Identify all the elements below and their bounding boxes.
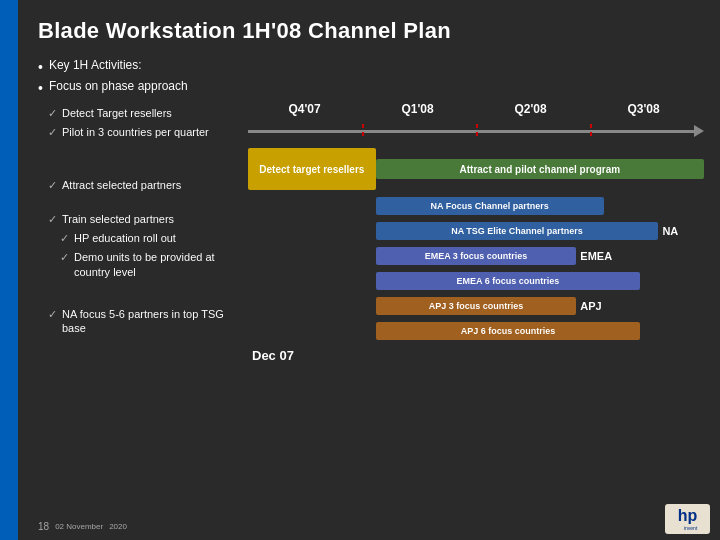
quarter-headers: Q4'07 Q1'08 Q2'08 Q3'08 — [248, 102, 704, 116]
demo-label: Demo units to be provided at country lev… — [74, 250, 238, 279]
footer-year: 2020 — [109, 522, 127, 531]
na-tsg-bar-label: NA TSG Elite Channel partners — [451, 226, 583, 236]
gantt-row-1: Detect target resellers Attract and pilo… — [248, 148, 704, 190]
hp-logo: hp invent — [665, 504, 710, 534]
hp-logo-sub: invent — [678, 525, 698, 531]
check-hp-edu: ✓ — [60, 232, 69, 245]
key-activities-label: Key 1H Activities: — [49, 58, 142, 72]
gantt-row-2: NA Focus Channel partners — [248, 196, 704, 216]
left-panel: ✓ Detect Target resellers ✓ Pilot in 3 c… — [38, 102, 238, 364]
gantt-row-4: EMEA 3 focus countries EMEA — [248, 246, 704, 266]
na-tsg-bar: NA TSG Elite Channel partners — [376, 222, 659, 240]
footer: 18 02 November 2020 — [38, 521, 127, 532]
q-sep-1 — [362, 124, 364, 138]
gantt-row-7: APJ 6 focus countries — [248, 321, 704, 341]
check-demo: ✓ — [60, 251, 69, 264]
check-attract: ✓ — [48, 179, 57, 192]
q4-header: Q4'07 — [248, 102, 361, 116]
q-sep-2 — [476, 124, 478, 138]
emea-6-bar: EMEA 6 focus countries — [376, 272, 640, 290]
sub-bullet-pilot: ✓ Pilot in 3 countries per quarter — [38, 125, 238, 139]
sub-bullet-hp-edu: ✓ HP education roll out — [38, 231, 238, 245]
gantt-row-6: APJ 3 focus countries APJ — [248, 296, 704, 316]
bullet-key-activities: • Key 1H Activities: — [38, 58, 704, 75]
gantt-area: Detect target resellers Attract and pilo… — [248, 146, 704, 341]
check-train: ✓ — [48, 213, 57, 226]
sub-bullet-attract: ✓ Attract selected partners — [38, 178, 238, 192]
check-pilot: ✓ — [48, 126, 57, 139]
chart-area: Q4'07 Q1'08 Q2'08 Q3'08 — [248, 102, 704, 364]
na-focus-label: NA focus 5-6 partners in top TSG base — [62, 307, 238, 336]
bullet-focus-phase: • Focus on phase approach — [38, 79, 704, 96]
q2-header: Q2'08 — [474, 102, 587, 116]
attract-bar: Attract and pilot channel program — [376, 159, 704, 179]
emea-6-bar-label: EMEA 6 focus countries — [457, 276, 560, 286]
pilot-label: Pilot in 3 countries per quarter — [62, 125, 209, 139]
page-number: 18 — [38, 521, 49, 532]
emea-side-label-1: EMEA — [580, 250, 612, 262]
main-layout: ✓ Detect Target resellers ✓ Pilot in 3 c… — [38, 102, 704, 364]
sub-bullet-train: ✓ Train selected partners — [38, 212, 238, 226]
focus-phase-label: Focus on phase approach — [49, 79, 188, 93]
timeline-line — [248, 130, 696, 133]
timeline — [248, 124, 704, 138]
apj-3-bar: APJ 3 focus countries — [376, 297, 577, 315]
na-focus-bar: NA Focus Channel partners — [376, 197, 604, 215]
main-container: Blade Workstation 1H'08 Channel Plan • K… — [0, 0, 720, 540]
emea-3-bar-label: EMEA 3 focus countries — [425, 251, 528, 261]
apj-3-bar-label: APJ 3 focus countries — [429, 301, 524, 311]
detect-label: Detect Target resellers — [62, 106, 172, 120]
content-area: Blade Workstation 1H'08 Channel Plan • K… — [18, 0, 720, 540]
check-na-focus: ✓ — [48, 308, 57, 321]
detect-bar: Detect target resellers — [248, 148, 376, 190]
gantt-row-3: NA TSG Elite Channel partners NA — [248, 221, 704, 241]
bullet-dot-1: • — [38, 59, 43, 75]
hp-edu-label: HP education roll out — [74, 231, 176, 245]
gantt-row-5: EMEA 6 focus countries — [248, 271, 704, 291]
q1-header: Q1'08 — [361, 102, 474, 116]
q3-header: Q3'08 — [587, 102, 700, 116]
check-detect: ✓ — [48, 107, 57, 120]
apj-6-bar: APJ 6 focus countries — [376, 322, 640, 340]
q-sep-3 — [590, 124, 592, 138]
page-title: Blade Workstation 1H'08 Channel Plan — [38, 18, 704, 44]
timeline-arrowhead — [694, 125, 704, 137]
sub-bullet-na-focus: ✓ NA focus 5-6 partners in top TSG base — [38, 307, 238, 336]
na-focus-bar-label: NA Focus Channel partners — [431, 201, 549, 211]
sub-bullet-detect: ✓ Detect Target resellers — [38, 106, 238, 120]
hp-logo-inner: hp invent — [678, 507, 698, 531]
attract-label: Attract selected partners — [62, 178, 181, 192]
na-side-label: NA — [662, 225, 678, 237]
emea-3-bar: EMEA 3 focus countries — [376, 247, 577, 265]
attract-bar-label: Attract and pilot channel program — [460, 164, 621, 175]
bullet-dot-2: • — [38, 80, 43, 96]
detect-bar-label: Detect target resellers — [259, 163, 364, 176]
train-label: Train selected partners — [62, 212, 174, 226]
sub-bullet-demo: ✓ Demo units to be provided at country l… — [38, 250, 238, 279]
dec07-container: Dec 07 — [248, 346, 704, 364]
footer-date: 02 November — [55, 522, 103, 531]
dec07-label: Dec 07 — [252, 348, 294, 363]
apj-side-label-1: APJ — [580, 300, 601, 312]
left-accent-bar — [0, 0, 18, 540]
apj-6-bar-label: APJ 6 focus countries — [461, 326, 556, 336]
hp-logo-text: hp — [678, 507, 698, 525]
